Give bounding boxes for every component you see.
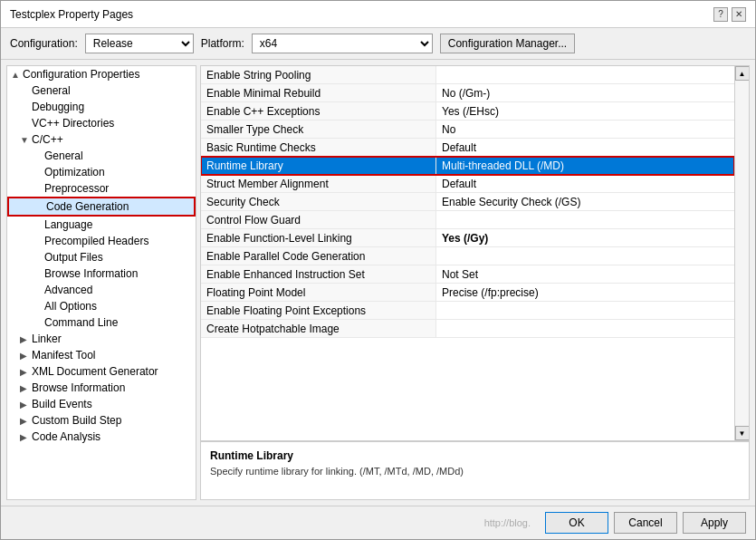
close-button[interactable]: ✕	[732, 7, 746, 22]
toolbar: Configuration: Release Platform: x64 Con…	[1, 28, 755, 60]
tree-item-general[interactable]: General	[7, 82, 196, 99]
tree-item-label: Debugging	[32, 101, 84, 113]
prop-value-parallel-codegen	[436, 247, 734, 265]
prop-row-float-model[interactable]: Floating Point ModelPrecise (/fp:precise…	[201, 284, 734, 302]
expand-icon: ▶	[20, 367, 29, 377]
prop-name-smaller-type: Smaller Type Check	[201, 121, 436, 138]
prop-value-float-except	[436, 302, 734, 319]
tree-item-cpp[interactable]: ▼C/C++	[7, 131, 196, 148]
prop-name-minimal-rebuild: Enable Minimal Rebuild	[201, 84, 436, 101]
tree-item-config-props[interactable]: ▲Configuration Properties	[7, 66, 196, 82]
help-button[interactable]: ?	[713, 7, 728, 22]
tree-item-label: Command Line	[44, 316, 118, 329]
tree-item-vc-dirs[interactable]: VC++ Directories	[7, 115, 196, 131]
bottom-bar: http://blog. OK Cancel Apply	[1, 506, 755, 539]
prop-value-smaller-type: No	[436, 121, 734, 138]
tree-item-build-events[interactable]: ▶Build Events	[7, 396, 196, 412]
prop-row-basic-runtime[interactable]: Basic Runtime ChecksDefault	[201, 139, 734, 157]
config-select[interactable]: Release	[85, 34, 194, 53]
prop-row-string-pool[interactable]: Enable String Pooling	[201, 66, 734, 84]
tree-item-cpp-codegen[interactable]: Code Generation	[7, 197, 196, 217]
prop-row-float-except[interactable]: Enable Floating Point Exceptions	[201, 302, 734, 320]
tree-item-label: Browse Information	[32, 381, 125, 394]
tree-item-label: Manifest Tool	[32, 349, 95, 362]
properties-table: Enable String PoolingEnable Minimal Rebu…	[201, 66, 734, 440]
scroll-up[interactable]: ▲	[735, 66, 750, 81]
prop-row-minimal-rebuild[interactable]: Enable Minimal RebuildNo (/Gm-)	[201, 84, 734, 102]
description-title: Runtime Library	[210, 449, 740, 462]
prop-name-func-level: Enable Function-Level Linking	[201, 229, 436, 246]
prop-row-struct-member[interactable]: Struct Member AlignmentDefault	[201, 175, 734, 193]
tree-item-debugging[interactable]: Debugging	[7, 99, 196, 115]
tree-item-label: Optimization	[44, 166, 105, 178]
tree-item-label: Code Generation	[46, 200, 129, 213]
prop-name-float-except: Enable Floating Point Exceptions	[201, 302, 436, 319]
prop-row-control-flow[interactable]: Control Flow Guard	[201, 211, 734, 229]
prop-value-struct-member: Default	[436, 175, 734, 192]
tree-item-label: Custom Build Step	[32, 414, 121, 427]
tree-item-label: Language	[44, 218, 92, 231]
properties-panel: Enable String PoolingEnable Minimal Rebu…	[200, 65, 750, 500]
prop-value-enhanced-instr: Not Set	[436, 265, 734, 283]
tree-item-cpp-general[interactable]: General	[7, 148, 196, 164]
config-manager-button[interactable]: Configuration Manager...	[440, 34, 575, 53]
prop-value-control-flow	[436, 211, 734, 228]
tree-item-cpp-cmdline[interactable]: Command Line	[7, 314, 196, 331]
prop-value-minimal-rebuild: No (/Gm-)	[436, 84, 734, 101]
tree-item-linker[interactable]: ▶Linker	[7, 331, 196, 347]
expand-icon: ▶	[20, 432, 29, 442]
expand-icon: ▶	[20, 416, 29, 426]
expand-icon: ▼	[20, 135, 29, 145]
title-bar: Testcplex Property Pages ? ✕	[1, 1, 755, 28]
tree-item-manifest[interactable]: ▶Manifest Tool	[7, 347, 196, 363]
prop-row-security-check[interactable]: Security CheckEnable Security Check (/GS…	[201, 193, 734, 211]
prop-name-control-flow: Control Flow Guard	[201, 211, 436, 228]
prop-row-func-level[interactable]: Enable Function-Level LinkingYes (/Gy)	[201, 229, 734, 247]
tree-item-cpp-optimization[interactable]: Optimization	[7, 164, 196, 180]
dialog-title: Testcplex Property Pages	[10, 8, 133, 21]
tree-item-cpp-browse[interactable]: Browse Information	[7, 265, 196, 282]
prop-row-smaller-type[interactable]: Smaller Type CheckNo	[201, 121, 734, 139]
tree-item-custom-build[interactable]: ▶Custom Build Step	[7, 412, 196, 429]
tree-item-label: Configuration Properties	[23, 68, 139, 81]
apply-button[interactable]: Apply	[683, 512, 746, 534]
tree-item-label: Build Events	[32, 398, 92, 410]
prop-value-hotpatch	[436, 320, 734, 337]
tree-item-label: Preprocessor	[44, 182, 109, 195]
expand-icon: ▶	[20, 383, 29, 393]
tree-item-browse-info[interactable]: ▶Browse Information	[7, 380, 196, 396]
tree-item-xml-doc[interactable]: ▶XML Document Generator	[7, 363, 196, 380]
tree-item-cpp-advanced[interactable]: Advanced	[7, 282, 196, 298]
tree-item-cpp-preprocessor[interactable]: Preprocessor	[7, 180, 196, 197]
ok-button[interactable]: OK	[545, 512, 608, 534]
scroll-down[interactable]: ▼	[735, 426, 750, 440]
prop-value-basic-runtime: Default	[436, 139, 734, 156]
platform-select[interactable]: x64	[252, 34, 433, 53]
prop-name-runtime-library: Runtime Library	[201, 157, 436, 174]
tree-item-label: C/C++	[32, 133, 63, 146]
tree-item-cpp-output[interactable]: Output Files	[7, 249, 196, 265]
tree-item-code-analysis[interactable]: ▶Code Analysis	[7, 429, 196, 445]
expand-icon: ▶	[20, 400, 29, 410]
tree-item-label: Precompiled Headers	[44, 235, 148, 247]
prop-value-runtime-library: Multi-threaded DLL (/MD)	[436, 157, 734, 174]
tree-item-cpp-precomp[interactable]: Precompiled Headers	[7, 233, 196, 249]
tree-item-label: Code Analysis	[32, 430, 100, 443]
tree-item-label: General	[44, 149, 83, 162]
tree-item-cpp-alloptions[interactable]: All Options	[7, 298, 196, 314]
platform-label: Platform:	[201, 37, 244, 50]
prop-value-security-check: Enable Security Check (/GS)	[436, 193, 734, 210]
prop-name-enhanced-instr: Enable Enhanced Instruction Set	[201, 265, 436, 283]
prop-row-cpp-exceptions[interactable]: Enable C++ ExceptionsYes (/EHsc)	[201, 102, 734, 121]
cancel-button[interactable]: Cancel	[614, 512, 677, 534]
prop-row-runtime-library[interactable]: Runtime LibraryMulti-threaded DLL (/MD)	[201, 157, 734, 175]
prop-row-parallel-codegen[interactable]: Enable Parallel Code Generation	[201, 247, 734, 265]
prop-value-func-level: Yes (/Gy)	[436, 229, 734, 246]
prop-value-float-model: Precise (/fp:precise)	[436, 284, 734, 301]
dialog: Testcplex Property Pages ? ✕ Configurati…	[0, 0, 756, 540]
prop-row-hotpatch[interactable]: Create Hotpatchable Image	[201, 320, 734, 338]
expand-icon: ▲	[11, 70, 20, 80]
tree-item-label: VC++ Directories	[32, 117, 114, 130]
tree-item-cpp-language[interactable]: Language	[7, 217, 196, 233]
prop-row-enhanced-instr[interactable]: Enable Enhanced Instruction SetNot Set	[201, 265, 734, 284]
